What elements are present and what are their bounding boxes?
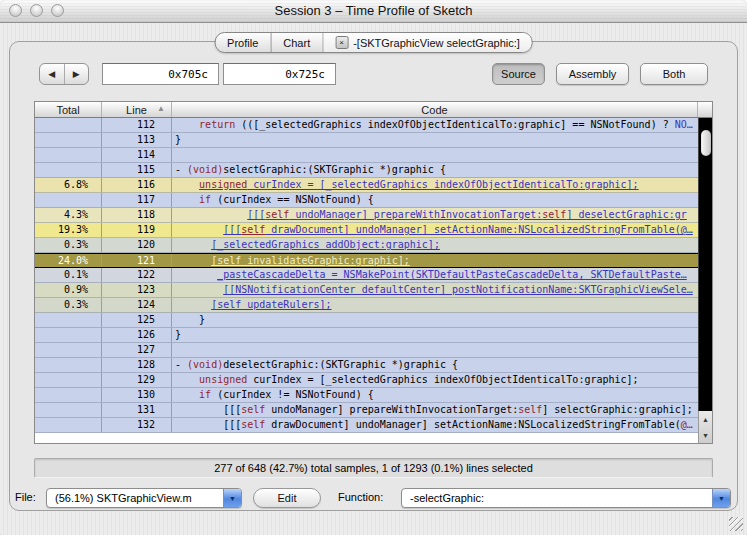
total-percent-cell [35, 193, 102, 207]
table-row[interactable]: 0.3%124 [self updateRulers]; [35, 298, 712, 313]
table-row[interactable]: 113} [35, 133, 712, 148]
function-popup-arrow-icon[interactable]: ▼ [712, 489, 730, 507]
column-header-line[interactable]: Line ▲ [102, 102, 172, 117]
total-percent-cell [35, 163, 102, 177]
close-tab-icon[interactable]: × [335, 36, 348, 49]
table-row[interactable]: 130 if (curIndex != NSNotFound) { [35, 388, 712, 403]
table-header: Total Line ▲ Code [35, 102, 712, 118]
line-number-cell: 120 [102, 238, 172, 252]
code-cell: } [172, 328, 712, 342]
code-cell: if (curIndex == NSNotFound) { [172, 193, 712, 207]
table-body: 112 return (([_selectedGraphics indexOfO… [35, 118, 712, 443]
tab-profile[interactable]: Profile [215, 33, 271, 52]
table-row[interactable]: 0.9%123 [[NSNotificationCenter defaultCe… [35, 283, 712, 298]
table-row[interactable]: 0.1%122 _pasteCascadeDelta = NSMakePoint… [35, 268, 712, 283]
zoom-window-button[interactable] [51, 4, 64, 17]
code-cell: _pasteCascadeDelta = NSMakePoint(SKTDefa… [172, 268, 712, 282]
line-number-cell: 122 [102, 268, 172, 282]
code-cell: - (void)selectGraphic:(SKTGraphic *)grap… [172, 163, 712, 177]
total-percent-cell [35, 133, 102, 147]
profile-group-box: ◀ ▶ Source Assembly Both Total Line ▲ Co… [9, 41, 738, 511]
file-popup-value: (56.1%) SKTGraphicView.m [47, 489, 223, 507]
total-percent-cell [35, 373, 102, 387]
line-number-cell: 131 [102, 403, 172, 417]
total-percent-cell: 19.3% [35, 223, 102, 237]
line-number-cell: 121 [102, 254, 172, 267]
function-label: Function: [338, 491, 383, 503]
code-cell [172, 343, 712, 357]
code-cell: [[[self drawDocument] undoManager] setAc… [172, 223, 712, 237]
line-number-cell: 117 [102, 193, 172, 207]
column-header-total[interactable]: Total [35, 102, 102, 117]
forward-arrow-icon[interactable]: ▶ [65, 64, 89, 84]
table-row[interactable]: 117 if (curIndex == NSNotFound) { [35, 193, 712, 208]
table-row[interactable]: 0.3%120 [_selectedGraphics addObject:gra… [35, 238, 712, 253]
line-number-cell: 119 [102, 223, 172, 237]
line-number-cell: 123 [102, 283, 172, 297]
total-percent-cell: 6.8% [35, 178, 102, 192]
total-percent-cell: 0.1% [35, 268, 102, 282]
file-label: File: [15, 491, 36, 503]
close-window-button[interactable] [9, 4, 22, 17]
both-view-button[interactable]: Both [640, 63, 708, 85]
source-view-button[interactable]: Source [492, 63, 545, 85]
total-percent-cell: 0.3% [35, 298, 102, 312]
vertical-scrollbar[interactable]: ▲ ▼ [698, 118, 712, 443]
code-cell: [[NSNotificationCenter defaultCenter] po… [172, 283, 712, 297]
vertical-scrollbar-buttons: ▲ ▼ [698, 411, 712, 443]
code-cell: [[[self undoManager] prepareWithInvocati… [172, 403, 712, 417]
table-row[interactable]: 19.3%119 [[[self drawDocument] undoManag… [35, 223, 712, 238]
table-row[interactable]: 126} [35, 328, 712, 343]
table-row[interactable]: 128- (void)deselectGraphic:(SKTGraphic *… [35, 358, 712, 373]
tab-chart-label: Chart [283, 37, 310, 49]
column-header-code[interactable]: Code [172, 102, 698, 117]
total-percent-cell [35, 418, 102, 432]
line-number-cell: 116 [102, 178, 172, 192]
title-bar[interactable]: Session 3 – Time Profile of Sketch [0, 0, 747, 23]
address-end-field[interactable] [223, 63, 336, 85]
table-row[interactable]: 131 [[[self undoManager] prepareWithInvo… [35, 403, 712, 418]
table-row[interactable]: 129 unsigned curIndex = [_selectedGraphi… [35, 373, 712, 388]
table-row[interactable]: 125 } [35, 313, 712, 328]
code-cell: } [172, 313, 712, 327]
line-number-cell: 113 [102, 133, 172, 147]
file-popup-arrow-icon[interactable]: ▼ [223, 489, 241, 507]
table-row[interactable]: 127 [35, 343, 712, 358]
edit-button[interactable]: Edit [253, 488, 321, 508]
table-row[interactable]: 4.3%118 [[[self undoManager] prepareWith… [35, 208, 712, 223]
table-row[interactable]: 115- (void)selectGraphic:(SKTGraphic *)g… [35, 163, 712, 178]
line-number-cell: 115 [102, 163, 172, 177]
total-percent-cell: 4.3% [35, 208, 102, 222]
function-popup[interactable]: -selectGraphic: ▼ [401, 488, 731, 508]
total-percent-cell [35, 118, 102, 132]
table-row[interactable]: 112 return (([_selectedGraphics indexOfO… [35, 118, 712, 133]
tab-chart[interactable]: Chart [271, 33, 323, 52]
address-start-field[interactable] [102, 63, 219, 85]
vertical-scrollbar-track[interactable] [698, 118, 712, 411]
vertical-scrollbar-thumb[interactable] [701, 130, 711, 156]
back-arrow-icon[interactable]: ◀ [40, 64, 65, 84]
total-percent-cell [35, 148, 102, 162]
minimize-window-button[interactable] [30, 4, 43, 17]
line-number-cell: 128 [102, 358, 172, 372]
scroll-up-icon[interactable]: ▲ [699, 411, 712, 427]
table-row[interactable]: 6.8%116 unsigned curIndex = [_selectedGr… [35, 178, 712, 193]
line-number-cell: 124 [102, 298, 172, 312]
line-number-cell: 118 [102, 208, 172, 222]
table-row[interactable]: 132 [[[self drawDocument] undoManager] s… [35, 418, 712, 433]
table-row[interactable]: 24.0%121 [self invalidateGraphic:graphic… [35, 253, 712, 268]
assembly-view-button[interactable]: Assembly [556, 63, 629, 85]
history-nav-buttons: ◀ ▶ [39, 63, 89, 85]
total-percent-cell [35, 328, 102, 342]
code-cell: [[[self undoManager] prepareWithInvocati… [172, 208, 712, 222]
file-popup[interactable]: (56.1%) SKTGraphicView.m ▼ [46, 488, 242, 508]
resize-grip[interactable] [729, 517, 743, 531]
total-percent-cell [35, 343, 102, 357]
scroll-down-icon[interactable]: ▼ [699, 427, 712, 443]
code-table: Total Line ▲ Code 112 return (([_selecte… [34, 101, 713, 444]
tab-code-browser[interactable]: × -[SKTGraphicView selectGraphic:] [323, 33, 532, 52]
total-percent-cell [35, 403, 102, 417]
line-number-cell: 129 [102, 373, 172, 387]
table-row[interactable]: 114 [35, 148, 712, 163]
code-cell: - (void)deselectGraphic:(SKTGraphic *)gr… [172, 358, 712, 372]
